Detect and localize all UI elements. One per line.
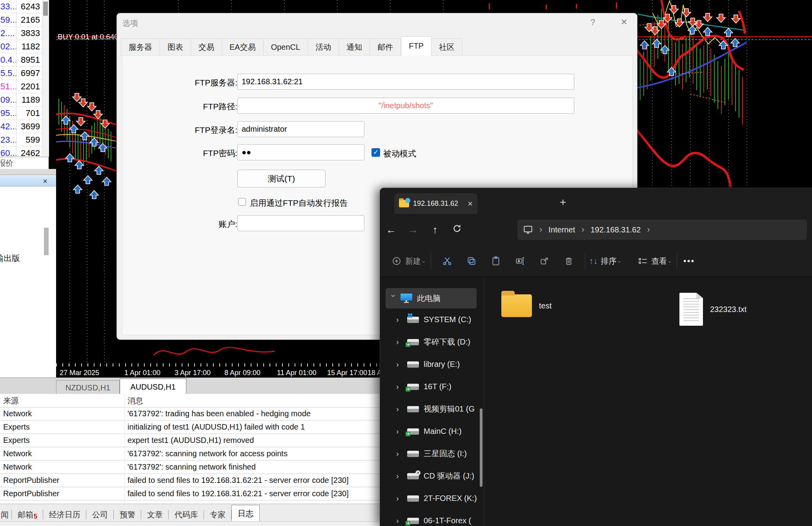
tab-alerts[interactable]: 预警 — [114, 508, 141, 522]
log-row[interactable]: Network'6173792': trading has been enabl… — [0, 408, 380, 421]
explorer-tab[interactable]: 192.168.31.62 × — [394, 193, 477, 214]
chevron-collapsed-icon[interactable]: › — [396, 516, 404, 525]
file-item-text[interactable]: 232323.txt — [679, 293, 746, 326]
new-tab-icon[interactable]: + — [560, 197, 566, 208]
passive-mode-checkbox[interactable]: ✓ — [371, 148, 380, 157]
chart-tab-audusd[interactable]: AUDUSD,H1 — [120, 379, 186, 395]
log-row[interactable]: Network'6173792': scanning network for a… — [0, 448, 380, 461]
new-button[interactable]: 新建 › — [392, 256, 427, 267]
more-options-icon[interactable]: ••• — [683, 256, 695, 266]
ftp-password-input[interactable] — [237, 144, 364, 160]
market-watch-row[interactable]: 95...701 — [0, 107, 42, 120]
chevron-collapsed-icon[interactable]: › — [396, 494, 404, 503]
tab-mailbox[interactable]: 邮箱5 — [12, 508, 43, 522]
log-row[interactable]: ReportPublisherfailed to send files to 1… — [0, 488, 380, 501]
tab-journal[interactable]: 日志 — [231, 505, 260, 522]
explorer-file-list[interactable]: test 232323.txt — [484, 277, 812, 526]
log-row[interactable]: ReportPublisherfailed to send files to 1… — [0, 474, 380, 488]
test-button[interactable]: 测试(T) — [237, 170, 326, 187]
breadcrumb-internet[interactable]: Internet — [548, 225, 575, 234]
sidebar-item-this-pc[interactable]: › 此电脑 — [386, 288, 477, 308]
paste-button[interactable] — [484, 256, 508, 266]
rename-button[interactable] — [508, 256, 532, 266]
breadcrumb-host[interactable]: 192.168.31.62 — [590, 225, 641, 234]
sidebar-item-drive-e[interactable]: › library (E:) — [380, 353, 484, 375]
scrollbar-thumb[interactable] — [44, 228, 49, 255]
tab-experts[interactable]: 专家 — [204, 508, 231, 522]
tab-expert-advisors[interactable]: EA交易 — [222, 38, 264, 56]
sidebar-item-drive-i[interactable]: › 三星固态 (I:) — [380, 443, 484, 465]
view-button[interactable]: 查看 › — [638, 256, 673, 267]
sidebar-item-drive-g[interactable]: › 视频剪辑01 (G — [380, 398, 484, 420]
chevron-collapsed-icon[interactable]: › — [396, 427, 404, 436]
market-watch-row[interactable]: 33....6243 — [0, 0, 42, 13]
forward-icon[interactable]: → — [402, 224, 424, 236]
file-item-folder[interactable]: test — [501, 294, 552, 317]
tab-economic-calendar[interactable]: 经济日历 — [43, 508, 86, 522]
message-column-header[interactable]: 消息 — [124, 395, 380, 406]
cut-button[interactable] — [435, 256, 459, 266]
tab-charts[interactable]: 图表 — [160, 38, 191, 56]
refresh-icon[interactable] — [446, 223, 468, 236]
log-row[interactable]: Network'6173792': scanning network finis… — [0, 461, 380, 474]
auto-report-checkbox[interactable] — [238, 198, 246, 206]
quotes-tab[interactable]: 报价 — [0, 157, 49, 169]
delete-button[interactable] — [557, 256, 581, 266]
market-watch-row[interactable]: 5.5...6997 — [0, 67, 42, 80]
address-bar[interactable]: › Internet › 192.168.31.62 › — [517, 219, 807, 240]
chevron-collapsed-icon[interactable]: › — [396, 382, 404, 391]
market-watch-row[interactable]: 23...599 — [0, 133, 42, 147]
tab-ftp[interactable]: FTP — [401, 36, 431, 56]
sidebar-item-drive-k[interactable]: › 2T-FOREX (K:) — [380, 487, 484, 510]
sidebar-scrollbar-thumb[interactable] — [480, 408, 482, 487]
up-icon[interactable]: ↑ — [424, 224, 446, 236]
tab-server[interactable]: 服务器 — [121, 38, 160, 56]
scrollbar-thumb[interactable] — [43, 2, 48, 16]
tab-community[interactable]: 社区 — [431, 38, 462, 56]
share-button[interactable] — [532, 256, 557, 266]
help-icon[interactable]: ? — [587, 16, 599, 28]
copy-button[interactable] — [459, 256, 484, 266]
sidebar-item-drive-d[interactable]: › ➜ 零碎下载 (D:) — [380, 331, 484, 353]
close-icon[interactable]: × — [617, 16, 631, 29]
tab-trade[interactable]: 交易 — [191, 38, 222, 56]
chevron-collapsed-icon[interactable]: › — [396, 315, 404, 324]
tab-company[interactable]: 公司 — [86, 508, 114, 522]
chevron-collapsed-icon[interactable]: › — [396, 449, 404, 458]
chevron-collapsed-icon[interactable]: › — [396, 472, 404, 481]
market-watch-row[interactable]: 51...2201 — [0, 80, 42, 93]
close-tab-icon[interactable]: × — [468, 199, 473, 209]
tab-notifications[interactable]: 通知 — [339, 38, 370, 56]
chart-tab-nzdusd[interactable]: NZDUSD,H1 — [56, 380, 120, 395]
market-watch-scrollbar[interactable] — [42, 0, 49, 157]
sidebar-item-drive-forex[interactable]: › ➜ 06-1T-Forex ( — [380, 510, 484, 526]
account-input[interactable] — [237, 215, 364, 231]
sidebar-item-drive-h[interactable]: › ➜ MainC (H:) — [380, 420, 484, 443]
tab-events[interactable]: 活动 — [308, 38, 339, 56]
market-watch-row[interactable]: 42...3699 — [0, 120, 42, 133]
ftp-login-input[interactable] — [237, 121, 364, 137]
source-column-header[interactable]: 来源 — [0, 395, 124, 406]
log-row[interactable]: Expertsinitializing of test1 (AUDUSD,H1)… — [0, 421, 380, 434]
tab-codebase[interactable]: 代码库 — [169, 508, 204, 522]
market-watch-row[interactable]: 02....1182 — [0, 40, 42, 53]
market-watch-row[interactable]: 2....3833 — [0, 27, 42, 40]
ftp-server-input[interactable] — [237, 74, 574, 90]
panel-title-bar[interactable] — [0, 176, 56, 187]
back-icon[interactable]: ← — [380, 224, 402, 236]
market-watch-row[interactable]: 59....2165 — [0, 13, 42, 27]
ftp-path-input[interactable] — [237, 98, 574, 114]
sort-button[interactable]: ↑↓ 排序 › — [589, 256, 623, 267]
chevron-expanded-icon[interactable]: › — [389, 294, 398, 302]
chevron-collapsed-icon[interactable]: › — [396, 337, 404, 346]
chevron-collapsed-icon[interactable]: › — [396, 360, 404, 369]
log-row[interactable]: Expertsexpert test1 (AUDUSD,H1) removed — [0, 434, 380, 448]
chevron-collapsed-icon[interactable]: › — [396, 404, 404, 414]
market-watch-row[interactable]: 09...1189 — [0, 93, 42, 107]
close-icon[interactable]: × — [43, 176, 47, 186]
sidebar-item-cd-drive-j[interactable]: › CD 驱动器 (J:) — [380, 465, 484, 487]
tab-opencl[interactable]: OpenCL — [264, 38, 308, 56]
explorer-title-bar[interactable]: 192.168.31.62 × + — [380, 188, 812, 214]
tab-articles[interactable]: 文章 — [141, 508, 169, 522]
sidebar-item-drive-f[interactable]: › ➜ 16T (F:) — [380, 375, 484, 398]
